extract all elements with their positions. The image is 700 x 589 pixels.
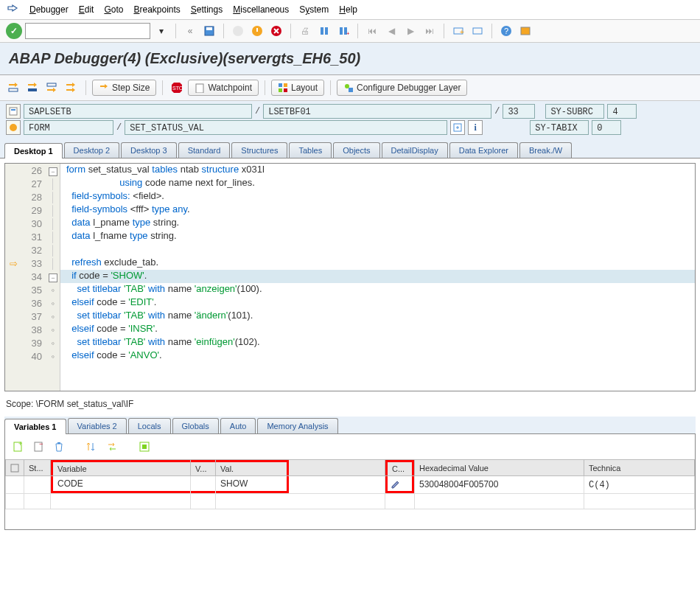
svg-rect-18	[47, 83, 56, 86]
svg-rect-28	[10, 108, 17, 115]
tab-detaildisplay[interactable]: DetailDisplay	[382, 142, 448, 158]
cancel-icon[interactable]	[268, 23, 284, 39]
svg-rect-27	[349, 88, 353, 92]
menu-help[interactable]: Help	[339, 4, 357, 15]
hex-value-cell: 530048004F005700	[415, 476, 584, 494]
svg-rect-5	[321, 27, 323, 35]
program-icon[interactable]	[6, 104, 21, 119]
variable-panel: + − St... Variable V... Val.	[4, 434, 696, 530]
svg-rect-24	[279, 88, 282, 92]
include-field: LSETBF01	[263, 104, 491, 119]
col-tech-header[interactable]: Technica	[584, 460, 695, 476]
variable-name-cell[interactable]: CODE	[51, 476, 190, 493]
var-trash-icon[interactable]	[51, 439, 67, 455]
change-value-icon[interactable]	[385, 476, 414, 493]
source-code-editor[interactable]: 26−27│28│29│30│31│32│⇨33│34−35◦36◦37◦38◦…	[4, 163, 696, 391]
command-field[interactable]	[25, 23, 150, 39]
print-icon[interactable]: 🖨	[297, 23, 313, 39]
tab-desktop-1[interactable]: Desktop 1	[4, 143, 63, 158]
col-select-header[interactable]	[6, 460, 24, 476]
tab-desktop-2[interactable]: Desktop 2	[64, 142, 120, 158]
scope-label: Scope: \FORM set_status_val\IF	[0, 396, 700, 412]
tab-standard[interactable]: Standard	[178, 142, 231, 158]
prev-page-icon[interactable]: ◀	[383, 23, 399, 39]
layout-button[interactable]: Layout	[271, 80, 324, 96]
event-icon[interactable]	[6, 120, 21, 135]
svg-rect-1	[206, 27, 212, 30]
find-next-icon[interactable]: +	[335, 23, 351, 39]
variable-row[interactable]: CODE SHOW 530048004F005700 C(4)	[6, 476, 695, 494]
var-tab-variables-1[interactable]: Variables 1	[4, 419, 66, 434]
col-hex-header[interactable]: Hexadecimal Value	[415, 460, 584, 476]
tab-structures[interactable]: Structures	[231, 142, 287, 158]
svg-rect-36	[57, 442, 60, 444]
nav-icon[interactable]	[450, 120, 465, 135]
menu-goto[interactable]: Goto	[104, 4, 123, 15]
svg-text:+: +	[18, 441, 22, 447]
variable-tabs: Variables 1Variables 2LocalsGlobalsAutoM…	[4, 417, 696, 434]
step-size-button[interactable]: Step Size	[92, 80, 156, 96]
tab-objects[interactable]: Objects	[333, 142, 379, 158]
info-icon[interactable]: i	[468, 120, 483, 135]
var-delete-icon[interactable]: −	[30, 439, 46, 455]
continue-icon[interactable]	[63, 80, 80, 96]
dropdown-icon[interactable]: ▾	[153, 23, 169, 39]
next-page-icon[interactable]: ▶	[402, 23, 419, 39]
tab-desktop-3[interactable]: Desktop 3	[121, 142, 177, 158]
col-change-header[interactable]: C...	[385, 460, 415, 476]
collapse-icon[interactable]: «	[182, 23, 198, 39]
var-exchange-icon[interactable]	[104, 439, 120, 455]
last-page-icon[interactable]: ⏭	[421, 23, 438, 39]
sy-tabix-value: 0	[592, 120, 621, 135]
menu-breakpoints[interactable]: Breakpoints	[133, 4, 180, 15]
watchpoint-button[interactable]: Watchpoint	[188, 80, 259, 96]
shortcut-icon[interactable]	[469, 23, 486, 39]
col-status-header[interactable]: St...	[24, 460, 51, 476]
var-sort-icon[interactable]	[83, 439, 99, 455]
variable-row-empty[interactable]	[6, 494, 695, 509]
var-tab-globals[interactable]: Globals	[172, 418, 219, 433]
enter-icon[interactable]: ✓	[6, 23, 22, 39]
tab-data-explorer[interactable]: Data Explorer	[449, 142, 518, 158]
step-over-icon[interactable]	[25, 80, 41, 96]
svg-text:?: ?	[504, 27, 508, 35]
col-variable-header[interactable]: Variable	[51, 460, 191, 476]
svg-rect-38	[142, 445, 147, 449]
variable-value-cell[interactable]: SHOW	[216, 476, 289, 493]
back-icon[interactable]	[230, 23, 246, 39]
var-insert-icon[interactable]: +	[10, 439, 26, 455]
col-vtype-header[interactable]: V...	[191, 460, 216, 476]
var-services-icon[interactable]	[136, 439, 153, 455]
save-icon[interactable]	[201, 23, 217, 39]
sy-subrc-label: SY-SUBRC	[545, 104, 604, 119]
exit-icon[interactable]	[249, 23, 265, 39]
svg-point-2	[233, 26, 243, 36]
new-session-icon[interactable]: +	[450, 23, 466, 39]
var-tab-variables-2[interactable]: Variables 2	[68, 418, 127, 433]
menu-system[interactable]: System	[299, 4, 329, 15]
svg-rect-7	[340, 27, 343, 35]
svg-rect-12	[473, 28, 482, 34]
find-icon[interactable]	[316, 23, 332, 39]
svg-text:+: +	[460, 28, 464, 36]
stop-icon[interactable]: STOP	[169, 80, 185, 96]
step-into-icon[interactable]	[6, 80, 22, 96]
menu-edit[interactable]: Edit	[79, 4, 94, 15]
step-out-icon[interactable]	[44, 80, 60, 96]
program-field: SAPLSETB	[24, 104, 252, 119]
help-icon[interactable]: ?	[498, 23, 514, 39]
layout-settings-icon[interactable]	[517, 23, 533, 39]
var-tab-locals[interactable]: Locals	[128, 418, 171, 433]
col-value-header[interactable]: Val.	[216, 460, 385, 476]
tab-break-w[interactable]: Break./W	[519, 142, 572, 158]
configure-layer-button[interactable]: Configure Debugger Layer	[337, 80, 467, 96]
app-menu-icon[interactable]	[6, 3, 19, 16]
first-page-icon[interactable]: ⏮	[364, 23, 380, 39]
tab-tables[interactable]: Tables	[289, 142, 332, 158]
form-name-field: SET_STATUS_VAL	[125, 120, 447, 135]
menu-debugger[interactable]: Debugger	[29, 4, 69, 15]
var-tab-auto[interactable]: Auto	[220, 418, 256, 433]
var-tab-memory-analysis[interactable]: Memory Analysis	[257, 418, 337, 433]
menu-settings[interactable]: Settings	[191, 4, 223, 15]
menu-miscellaneous[interactable]: Miscellaneous	[233, 4, 289, 15]
